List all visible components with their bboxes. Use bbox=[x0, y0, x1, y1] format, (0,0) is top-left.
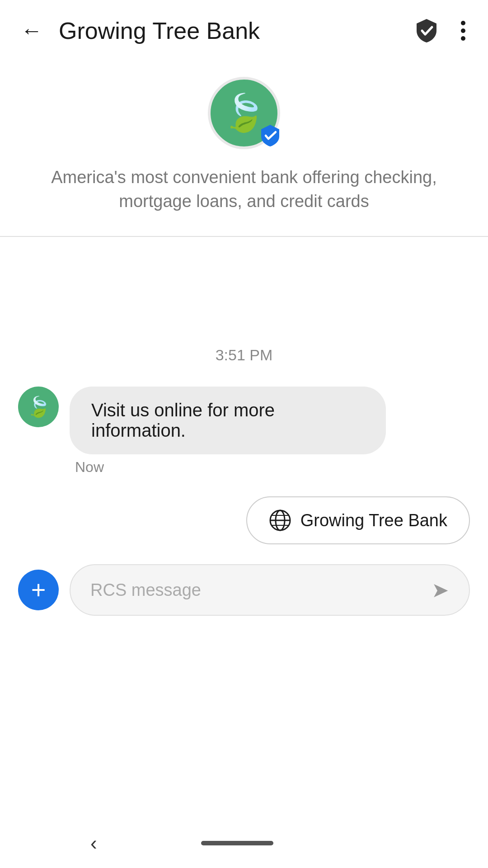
website-button[interactable]: Growing Tree Bank bbox=[246, 496, 470, 544]
message-row: 🍃 Visit us online for more information. … bbox=[18, 387, 470, 476]
home-indicator[interactable] bbox=[201, 841, 273, 845]
add-icon: + bbox=[31, 577, 46, 603]
top-bar-right bbox=[413, 16, 470, 45]
page-title: Growing Tree Bank bbox=[59, 17, 260, 44]
dot-icon bbox=[461, 36, 465, 41]
back-arrow-icon: ← bbox=[21, 20, 42, 42]
send-icon[interactable]: ➤ bbox=[432, 578, 449, 602]
input-area: + RCS message ➤ bbox=[0, 553, 488, 632]
sender-avatar-icon: 🍃 bbox=[26, 395, 51, 419]
message-time: Now bbox=[75, 459, 386, 476]
website-btn-container: Growing Tree Bank bbox=[18, 496, 470, 544]
add-button[interactable]: + bbox=[18, 570, 59, 610]
dot-icon bbox=[461, 28, 465, 33]
profile-section: 🍃 America's most convenient bank offerin… bbox=[0, 59, 488, 236]
message-timestamp: 3:51 PM bbox=[18, 346, 470, 364]
message-bubble: Visit us online for more information. bbox=[70, 387, 386, 454]
verified-shield-icon[interactable] bbox=[413, 17, 440, 44]
chat-area: 3:51 PM 🍃 Visit us online for more infor… bbox=[0, 237, 488, 553]
verified-badge-icon bbox=[258, 124, 282, 147]
back-button[interactable]: ← bbox=[18, 17, 45, 44]
website-btn-label: Growing Tree Bank bbox=[300, 511, 447, 530]
message-content: Visit us online for more information. No… bbox=[70, 387, 386, 476]
message-placeholder: RCS message bbox=[90, 580, 201, 600]
profile-description: America's most convenient bank offering … bbox=[36, 165, 452, 213]
sender-avatar: 🍃 bbox=[18, 387, 59, 427]
message-input[interactable]: RCS message ➤ bbox=[70, 564, 470, 616]
top-bar-left: ← Growing Tree Bank bbox=[18, 17, 260, 44]
more-options-button[interactable] bbox=[456, 16, 470, 45]
message-text: Visit us online for more information. bbox=[91, 400, 275, 440]
back-nav-icon[interactable]: ‹ bbox=[90, 832, 97, 854]
globe-icon bbox=[269, 509, 291, 532]
bottom-nav: ‹ bbox=[0, 823, 488, 868]
avatar-container: 🍃 bbox=[208, 77, 280, 149]
top-bar: ← Growing Tree Bank bbox=[0, 0, 488, 59]
dot-icon bbox=[461, 21, 465, 25]
